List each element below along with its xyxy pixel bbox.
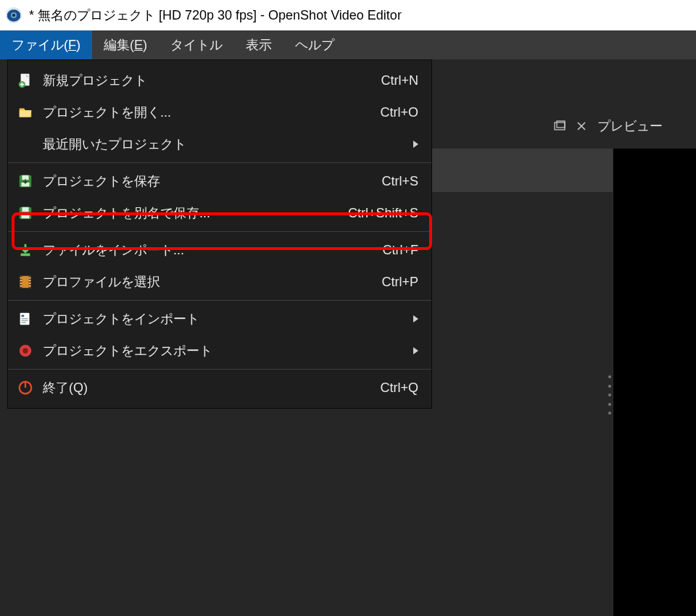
- menuitem-shortcut: Ctrl+S: [381, 174, 418, 189]
- menuitem-save-project[interactable]: プロジェクトを保存 Ctrl+S: [8, 165, 431, 197]
- export-icon: [17, 342, 34, 359]
- menuitem-shortcut: Ctrl+N: [381, 73, 418, 88]
- menu-help[interactable]: ヘルプ: [283, 30, 346, 59]
- svg-rect-19: [20, 283, 22, 284]
- svg-rect-27: [22, 318, 28, 319]
- svg-rect-24: [29, 286, 31, 287]
- menuitem-save-project-as[interactable]: プロジェクトを別名で保存... Ctrl+Shift+S: [8, 197, 431, 229]
- menu-title[interactable]: タイトル: [159, 30, 234, 59]
- menuitem-label: プロファイルを選択: [43, 273, 373, 291]
- menu-separator: [8, 162, 431, 163]
- menuitem-label: ファイルをインポート...: [43, 241, 374, 259]
- menuitem-new-project[interactable]: 新規プロジェクト Ctrl+N: [8, 64, 431, 96]
- app-logo-icon: [4, 6, 23, 25]
- svg-point-2: [12, 14, 15, 17]
- svg-rect-11: [22, 207, 28, 212]
- chevron-right-icon: [413, 315, 418, 322]
- menuitem-import-project[interactable]: プロジェクトをインポート: [8, 303, 431, 335]
- profile-icon: [17, 273, 34, 291]
- resize-handle[interactable]: [608, 373, 612, 417]
- svg-rect-8: [22, 175, 28, 180]
- svg-rect-26: [22, 315, 25, 317]
- menu-separator: [8, 231, 431, 232]
- file-menu-dropdown: 新規プロジェクト Ctrl+N プロジェクトを開く... Ctrl+O 最近開い…: [7, 59, 432, 409]
- svg-rect-22: [29, 280, 31, 281]
- chevron-right-icon: [413, 347, 418, 354]
- window-title: * 無名のプロジェクト [HD 720p 30 fps] - OpenShot …: [29, 7, 402, 24]
- open-project-icon: [17, 104, 34, 121]
- svg-rect-4: [557, 121, 565, 128]
- svg-rect-3: [555, 122, 565, 130]
- menuitem-shortcut: Ctrl+O: [380, 105, 418, 120]
- menu-separator: [8, 300, 431, 301]
- menu-file[interactable]: ファイル(F): [0, 30, 92, 59]
- window-titlebar: * 無名のプロジェクト [HD 720p 30 fps] - OpenShot …: [0, 0, 696, 30]
- menuitem-shortcut: Ctrl+P: [381, 275, 418, 290]
- menuitem-label: プロジェクトを保存: [43, 172, 373, 190]
- import-files-icon: [17, 241, 34, 259]
- menu-edit[interactable]: 編集(E): [92, 30, 159, 59]
- svg-rect-29: [22, 322, 26, 323]
- preview-label: プレビュー: [597, 117, 663, 135]
- blank-icon: [17, 136, 34, 153]
- svg-rect-18: [20, 280, 22, 281]
- menuitem-label: プロジェクトをインポート: [43, 310, 405, 328]
- svg-rect-17: [20, 278, 22, 279]
- menubar: ファイル(F) 編集(E) タイトル 表示 ヘルプ: [0, 30, 696, 59]
- preview-header: プレビュー: [551, 113, 696, 139]
- menuitem-shortcut: Ctrl+Shift+S: [348, 206, 418, 221]
- svg-rect-20: [20, 286, 22, 287]
- menuitem-shortcut: Ctrl+F: [383, 243, 419, 258]
- new-project-icon: [17, 72, 34, 89]
- menu-separator: [8, 369, 431, 370]
- svg-rect-13: [21, 254, 30, 257]
- menuitem-label: プロジェクトを開く...: [43, 104, 371, 121]
- svg-rect-12: [22, 215, 30, 219]
- menuitem-import-files[interactable]: ファイルをインポート... Ctrl+F: [8, 234, 431, 266]
- menuitem-label: 終了(Q): [43, 379, 371, 396]
- menu-view[interactable]: 表示: [234, 30, 283, 59]
- svg-rect-21: [29, 278, 31, 279]
- menuitem-open-project[interactable]: プロジェクトを開く... Ctrl+O: [8, 96, 431, 128]
- detach-panel-icon[interactable]: [554, 120, 566, 132]
- save-as-icon: [17, 204, 34, 222]
- preview-pane: [613, 149, 696, 616]
- panel-strip: [432, 149, 613, 192]
- menuitem-label: プロジェクトを別名で保存...: [43, 204, 339, 222]
- svg-rect-28: [22, 320, 28, 321]
- menuitem-quit[interactable]: 終了(Q) Ctrl+Q: [8, 372, 431, 404]
- app-body: ファイル(F) 編集(E) タイトル 表示 ヘルプ プレビュー: [0, 30, 696, 616]
- menuitem-label: プロジェクトをエクスポート: [43, 342, 405, 359]
- svg-rect-23: [29, 283, 31, 284]
- menuitem-choose-profile[interactable]: プロファイルを選択 Ctrl+P: [8, 266, 431, 298]
- power-icon: [17, 379, 34, 396]
- menuitem-recent-projects[interactable]: 最近開いたプロジェクト: [8, 128, 431, 160]
- menuitem-export-project[interactable]: プロジェクトをエクスポート: [8, 335, 431, 367]
- import-project-icon: [17, 310, 34, 328]
- close-panel-icon[interactable]: [576, 120, 587, 132]
- save-icon: [17, 172, 34, 190]
- svg-point-31: [22, 348, 28, 353]
- menuitem-shortcut: Ctrl+Q: [380, 380, 418, 396]
- menuitem-label: 最近開いたプロジェクト: [43, 136, 405, 153]
- menuitem-label: 新規プロジェクト: [43, 72, 372, 89]
- chevron-right-icon: [413, 141, 418, 148]
